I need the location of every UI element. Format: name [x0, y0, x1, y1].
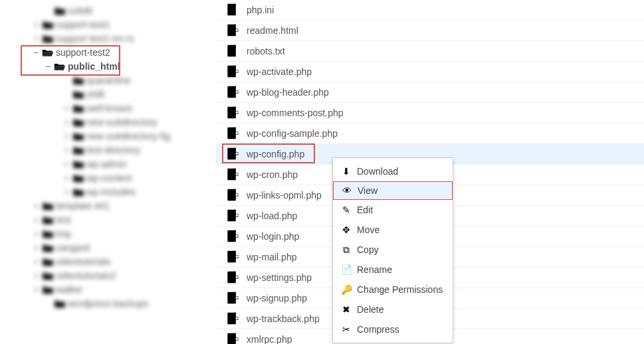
tree-toggle[interactable]: + — [62, 187, 70, 197]
tree-item[interactable]: shilli — [20, 87, 216, 101]
file-code-icon — [225, 86, 239, 99]
tree-toggle[interactable]: + — [32, 270, 40, 281]
context-menu-label: Copy — [357, 244, 379, 255]
context-menu-item[interactable]: ⧉Copy — [333, 240, 453, 260]
tree-item[interactable]: +new-subdirectory-fig — [20, 129, 216, 143]
tree-item[interactable]: subdir — [20, 3, 216, 17]
file-name: wp-cron.php — [247, 169, 298, 180]
tree-item[interactable]: +walker — [20, 282, 216, 296]
tree-item[interactable]: +vangard — [20, 240, 216, 254]
tree-item[interactable]: +support-test1 — [20, 17, 216, 31]
tree-item[interactable]: +test — [20, 213, 216, 226]
tree-toggle[interactable]: + — [62, 131, 70, 141]
tree-item[interactable]: −public_html — [20, 59, 216, 73]
file-code-icon — [225, 209, 239, 222]
folder-closed-icon — [42, 271, 54, 280]
file-row[interactable]: php.ini — [216, 0, 644, 21]
tree-toggle[interactable]: + — [32, 256, 40, 267]
tree-item[interactable]: +videotutorials — [20, 254, 216, 268]
folder-closed-icon — [42, 201, 54, 211]
tree-item-label: quarantine — [86, 75, 130, 86]
file-code-icon — [225, 147, 239, 161]
context-menu-label: Edit — [357, 205, 373, 215]
tree-item[interactable]: +wp-admin — [20, 157, 216, 171]
tree-item[interactable]: +test-directory — [20, 143, 216, 157]
tree-item[interactable]: +videotutorials2 — [20, 268, 216, 282]
file-row[interactable]: wp-comments-post.php — [216, 103, 644, 124]
folder-closed-icon — [42, 215, 54, 224]
context-menu-label: Change Permissions — [357, 284, 443, 295]
file-name: wp-mail.php — [247, 252, 296, 262]
tree-toggle[interactable]: − — [44, 61, 52, 72]
folder-closed-icon — [72, 131, 84, 141]
tree-item-label: tmp — [56, 228, 71, 239]
tree-toggle[interactable]: + — [62, 173, 70, 183]
file-row[interactable]: wp-blog-header.php — [216, 82, 644, 103]
folder-tree: subdir+support-test1+support test1-en-rs… — [0, 0, 216, 344]
folder-closed-icon — [72, 145, 84, 155]
context-menu-item[interactable]: 👁View — [333, 181, 453, 200]
file-code-icon — [225, 333, 239, 344]
tree-item[interactable]: +template 441 — [20, 199, 216, 213]
delete-icon: ✖ — [341, 304, 352, 315]
tree-toggle[interactable]: + — [32, 19, 40, 30]
tree-item[interactable]: +tmp — [20, 226, 216, 240]
context-menu-item[interactable]: 🔑Change Permissions — [333, 280, 453, 300]
folder-closed-icon — [72, 118, 84, 127]
tree-item-label: subdir — [68, 5, 93, 16]
file-name: wp-activate.php — [247, 66, 312, 77]
tree-toggle[interactable]: + — [32, 228, 40, 239]
tree-toggle[interactable]: + — [32, 201, 40, 211]
copy-icon: ⧉ — [341, 244, 352, 256]
tree-item[interactable]: −support-test2 — [20, 45, 216, 59]
tree-item-label: support test1-en-rs — [56, 33, 134, 44]
tree-item[interactable]: +support test1-en-rs — [20, 31, 216, 45]
tree-toggle[interactable]: + — [62, 103, 70, 114]
tree-toggle[interactable]: + — [32, 215, 40, 225]
file-text-icon — [225, 44, 239, 58]
tree-item[interactable]: +wp-content — [20, 171, 216, 185]
tree-item-label: test-directory — [86, 145, 140, 155]
file-name: wp-comments-post.php — [247, 108, 344, 118]
tree-toggle[interactable]: − — [32, 47, 40, 58]
context-menu-item[interactable]: ✖Delete — [333, 300, 453, 319]
tree-item[interactable]: +well-known — [20, 101, 216, 115]
file-name: php.ini — [247, 5, 274, 15]
context-menu-label: Rename — [357, 264, 392, 275]
tree-toggle[interactable]: + — [62, 117, 70, 128]
context-menu-item[interactable]: ✎Edit — [333, 200, 453, 220]
tree-item-label: vangard — [56, 242, 90, 253]
tree-toggle[interactable]: + — [32, 284, 40, 295]
context-menu-item[interactable]: ⬇Download — [333, 161, 453, 181]
tree-item[interactable]: quarantine — [20, 73, 216, 87]
file-row[interactable]: robots.txt — [216, 41, 644, 62]
tree-toggle[interactable]: + — [32, 33, 40, 44]
file-code-icon — [225, 250, 239, 264]
tree-item[interactable]: +wp-includes — [20, 185, 216, 199]
file-name: readme.html — [247, 25, 298, 36]
file-name: wp-blog-header.php — [247, 87, 329, 98]
file-row[interactable]: readme.html — [216, 21, 644, 41]
file-name: wp-settings.php — [247, 272, 312, 283]
compress-icon: ✂ — [341, 324, 352, 335]
tree-item-label: template 441 — [56, 201, 110, 211]
context-menu-item[interactable]: 📄Rename — [333, 260, 453, 280]
folder-closed-icon — [72, 187, 84, 197]
edit-icon: ✎ — [341, 205, 352, 215]
file-row[interactable]: wp-config-sample.php — [216, 124, 644, 144]
file-row[interactable]: wp-activate.php — [216, 62, 644, 82]
folder-open-icon — [54, 62, 66, 71]
file-name: wp-config-sample.php — [247, 128, 338, 139]
tree-item[interactable]: wordpress-backups — [20, 296, 216, 310]
tree-item-label: well-known — [86, 103, 132, 114]
tree-item-label: walker — [56, 284, 82, 295]
folder-closed-icon — [72, 159, 84, 169]
context-menu-item[interactable]: ✥Move — [333, 220, 453, 240]
tree-toggle[interactable]: + — [62, 159, 70, 169]
file-code-icon — [225, 189, 239, 202]
context-menu-item[interactable]: ✂Compress — [333, 319, 453, 339]
tree-toggle[interactable]: + — [32, 242, 40, 253]
tree-item-label: videotutorials2 — [56, 270, 116, 281]
tree-toggle[interactable]: + — [62, 145, 70, 155]
tree-item[interactable]: +new-subdirectory — [20, 115, 216, 129]
